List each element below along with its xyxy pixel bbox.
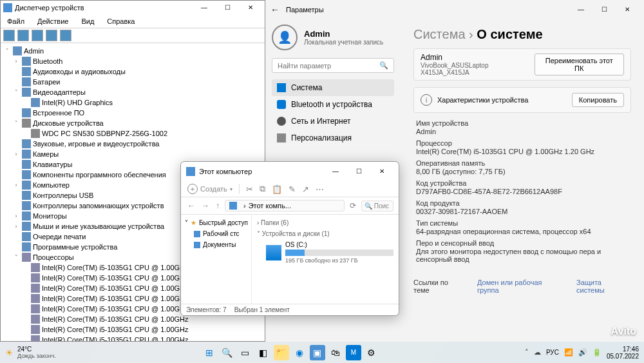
rename-icon[interactable]: ✎ (289, 184, 296, 194)
wifi-icon[interactable]: 📶 (564, 348, 573, 357)
tree-cameras[interactable]: ›Камеры (3, 149, 262, 159)
side-quick-access[interactable]: ˅★Быстрый доступ (184, 217, 249, 228)
close-button[interactable]: ✕ (370, 165, 393, 178)
tree-firmware[interactable]: Встроенное ПО (3, 108, 262, 118)
nav-personalization[interactable]: Персонализация (272, 130, 394, 146)
explorer-button[interactable]: 📁 (274, 345, 289, 360)
taskbar-weather[interactable]: ☀ 24°C Дождь законч. (5, 346, 56, 359)
side-documents[interactable]: Документы (184, 239, 249, 250)
tree-video[interactable]: ˅Видеоадаптеры (3, 87, 262, 97)
group-drives[interactable]: ˅ Устройства и диски (1) (257, 228, 393, 239)
nav-up-icon[interactable]: ↑ (214, 201, 221, 210)
devmgr-title: Диспетчер устройств (15, 4, 193, 12)
close-button[interactable]: ✕ (239, 1, 262, 14)
app-button[interactable]: ▣ (310, 345, 325, 360)
tree-disks[interactable]: ˅Дисковые устройства (3, 118, 262, 128)
drive-icon (266, 245, 281, 260)
bluetooth-icon (277, 100, 286, 109)
tree-bluetooth[interactable]: ›Bluetooth (3, 56, 262, 66)
taskview-button[interactable]: ▭ (238, 345, 253, 360)
cut-icon[interactable]: ✂ (246, 184, 253, 194)
more-icon[interactable]: ⋯ (316, 184, 324, 194)
toolbar-icon[interactable] (3, 30, 15, 41)
explorer-window: Этот компьютер — ☐ ✕ +Создать▾ ✂ ⧉ 📋 ✎ ↗… (180, 161, 399, 316)
lang-indicator[interactable]: РУС (546, 349, 559, 356)
status-count: Элементов: 7 (186, 306, 227, 313)
network-icon (277, 117, 286, 126)
toolbar-icon[interactable] (32, 30, 43, 41)
app-button[interactable]: M (346, 345, 361, 360)
tree-sound[interactable]: Звуковые, игровые и видеоустройства (3, 139, 262, 149)
weather-icon: ☀ (5, 348, 14, 358)
toolbar-icon[interactable] (17, 30, 29, 41)
back-icon[interactable]: ← (270, 5, 279, 15)
tree-audio[interactable]: Аудиовходы и аудиовыходы (3, 66, 262, 77)
menu-action[interactable]: Действие (35, 16, 71, 26)
search-icon: 🔍 (379, 61, 388, 70)
close-button[interactable]: ✕ (616, 3, 639, 16)
toolbar-icon[interactable] (60, 30, 71, 41)
settings-button[interactable]: ⚙ (364, 345, 379, 360)
tree-cpu-item[interactable]: Intel(R) Core(TM) i5-1035G1 CPU @ 1.00GH… (3, 335, 262, 341)
tree-cpu-item[interactable]: Intel(R) Core(TM) i5-1035G1 CPU @ 1.00GH… (3, 324, 262, 335)
explorer-search[interactable]: 🔍 Поис (361, 201, 393, 211)
explorer-statusbar: Элементов: 7 Выбран 1 элемент (181, 304, 399, 315)
link-domain[interactable]: Домен или рабочая группа (477, 279, 565, 294)
group-folders[interactable]: › Папки (6) (257, 217, 393, 228)
tree-batteries[interactable]: Батареи (3, 77, 262, 87)
widgets-button[interactable]: ◧ (256, 345, 271, 360)
address-bar[interactable]: ›Этот компь... (225, 200, 345, 211)
battery-icon[interactable]: 🔋 (592, 348, 601, 357)
tree-disk-item[interactable]: WDC PC SN530 SDBPNPZ-256G-1002 (3, 128, 262, 139)
drive-subtitle: 195 ГБ свободно из 237 ГБ (285, 257, 393, 264)
search-box[interactable]: 🔍 (272, 58, 394, 73)
menu-view[interactable]: Вид (79, 16, 97, 26)
volume-icon[interactable]: 🔊 (578, 348, 587, 357)
maximize-button[interactable]: ☐ (216, 1, 239, 14)
store-button[interactable]: 🛍 (328, 345, 343, 360)
paste-icon[interactable]: 📋 (272, 184, 282, 194)
search-input[interactable] (278, 62, 379, 70)
menu-file[interactable]: Файл (5, 16, 27, 26)
copy-icon[interactable]: ⧉ (260, 184, 265, 194)
nav-forward-icon[interactable]: → (200, 201, 211, 210)
chevron-up-icon[interactable]: ˄ (525, 348, 529, 357)
share-icon[interactable]: ↗ (302, 184, 309, 194)
toolbar-icon[interactable] (46, 30, 57, 41)
menu-help[interactable]: Справка (104, 16, 137, 26)
devmgr-icon (3, 3, 12, 12)
drive-item[interactable]: OS (C:) 195 ГБ свободно из 237 ГБ (257, 239, 393, 266)
explorer-toolbar: +Создать▾ ✂ ⧉ 📋 ✎ ↗ ⋯ (181, 181, 399, 197)
minimize-button[interactable]: — (324, 165, 347, 178)
breadcrumb: Система › О системе (413, 27, 631, 42)
edge-button[interactable]: ◉ (292, 345, 307, 360)
minimize-button[interactable]: — (569, 3, 592, 16)
tree-gpu[interactable]: Intel(R) UHD Graphics (3, 97, 262, 108)
nav-network[interactable]: Сеть и Интернет (272, 113, 394, 130)
clock[interactable]: 17:46 05.07.2022 (607, 346, 639, 360)
refresh-icon[interactable]: ⟳ (348, 201, 357, 210)
taskbar: ☀ 24°C Дождь законч. ⊞ 🔍 ▭ ◧ 📁 ◉ ▣ 🛍 M ⚙… (0, 342, 644, 363)
copy-button[interactable]: Копировать (572, 93, 624, 107)
search-button[interactable]: 🔍 (220, 345, 235, 360)
settings-titlebar[interactable]: ← Параметры — ☐ ✕ (265, 0, 644, 19)
nav-back-icon[interactable]: ← (186, 201, 196, 210)
rename-pc-button[interactable]: Переименовать этот ПК (535, 54, 624, 75)
explorer-titlebar[interactable]: Этот компьютер — ☐ ✕ (181, 162, 399, 181)
nav-bluetooth[interactable]: Bluetooth и устройства (272, 96, 394, 113)
onedrive-icon[interactable]: ☁ (534, 348, 541, 357)
nav-system[interactable]: Система (272, 79, 394, 96)
create-button[interactable]: +Создать▾ (187, 184, 232, 194)
maximize-button[interactable]: ☐ (592, 3, 616, 16)
specs-header[interactable]: i Характеристики устройства Копировать (413, 87, 631, 113)
link-protection[interactable]: Защита системы (576, 279, 631, 294)
start-button[interactable]: ⊞ (202, 345, 217, 360)
devmgr-titlebar[interactable]: Диспетчер устройств — ☐ ✕ (1, 1, 265, 15)
user-box[interactable]: 👤 Admin Локальная учетная запись (272, 25, 394, 50)
drive-name: OS (C:) (285, 241, 393, 248)
user-subtitle: Локальная учетная запись (304, 39, 383, 46)
side-desktop[interactable]: Рабочий стс (184, 228, 249, 239)
tree-root[interactable]: ˅Admin (3, 46, 262, 56)
maximize-button[interactable]: ☐ (347, 165, 370, 178)
minimize-button[interactable]: — (193, 1, 216, 14)
